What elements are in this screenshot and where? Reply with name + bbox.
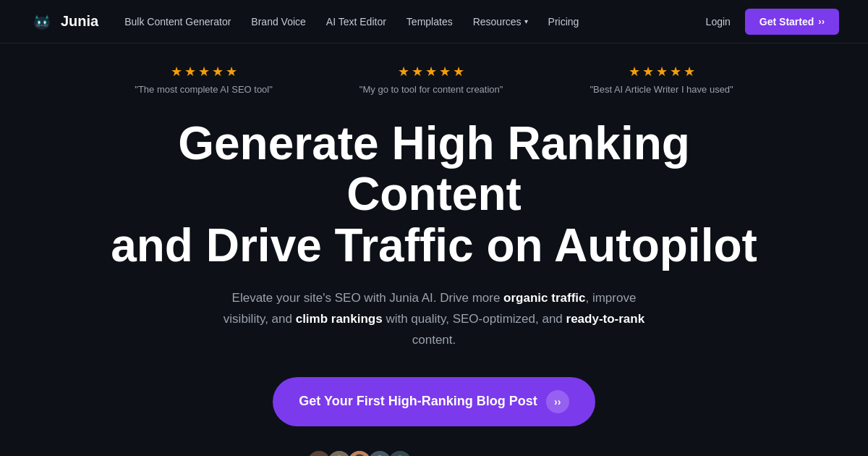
nav-left: Junia Bulk Content Generator Brand Voice… [29,9,579,35]
logo-text: Junia [61,13,98,30]
star-icon: ★ [642,64,654,80]
star-icon: ★ [684,64,695,80]
star-icon: ★ [212,64,224,80]
star-icon: ★ [439,64,451,80]
nav-link-resources[interactable]: Resources ▾ [473,16,528,28]
review-text-1: "The most complete AI SEO tool" [135,84,273,95]
stars-1: ★ ★ ★ ★ ★ [171,64,237,80]
nav-link-pricing[interactable]: Pricing [548,16,579,28]
nav-link-brand-voice[interactable]: Brand Voice [251,16,306,28]
stars-3: ★ ★ ★ ★ ★ [629,64,695,80]
nav-link-templates[interactable]: Templates [407,16,453,28]
review-item-3: ★ ★ ★ ★ ★ "Best AI Article Writer I have… [590,64,733,95]
login-button[interactable]: Login [706,16,731,28]
bold-organic-traffic: organic traffic [503,291,585,305]
review-text-2: "My go to tool for content creation" [359,84,503,95]
logo[interactable]: Junia [29,9,98,35]
svg-point-9 [44,21,46,24]
star-icon: ★ [453,64,464,80]
star-icon: ★ [398,64,409,80]
hero-cta-button[interactable]: Get Your First High-Ranking Blog Post ›› [273,377,595,426]
double-chevron-icon: ›› [546,390,569,413]
nav-link-bulk-content-generator[interactable]: Bulk Content Generator [124,16,231,28]
social-proof: 2,000,000+ articles generated. [306,449,562,456]
star-icon: ★ [670,64,681,80]
star-icon: ★ [656,64,668,80]
star-icon: ★ [226,64,237,80]
svg-point-10 [41,25,43,25]
navbar: Junia Bulk Content Generator Brand Voice… [0,0,868,43]
nav-link-ai-text-editor[interactable]: AI Text Editor [326,16,386,28]
star-icon: ★ [198,64,210,80]
star-icon: ★ [171,64,182,80]
svg-point-28 [388,451,412,456]
star-icon: ★ [412,64,423,80]
review-item-2: ★ ★ ★ ★ ★ "My go to tool for content cre… [359,64,503,95]
hero-heading: Generate High Ranking Content and Drive … [109,118,760,271]
hero-subtext: Elevate your site's SEO with Junia AI. D… [210,288,658,351]
nav-right: Login Get Started ›› [706,9,839,35]
nav-links: Bulk Content Generator Brand Voice AI Te… [124,16,579,28]
bold-ready-to-rank: ready-to-rank [566,312,645,326]
avatar-5 [387,449,413,456]
double-arrow-icon: ›› [818,16,825,27]
svg-point-18 [328,451,351,456]
stars-2: ★ ★ ★ ★ ★ [398,64,464,80]
reviews-row: ★ ★ ★ ★ ★ "The most complete AI SEO tool… [135,64,733,95]
svg-point-8 [38,21,40,24]
review-text-3: "Best AI Article Writer I have used" [590,84,733,95]
main-content: ★ ★ ★ ★ ★ "The most complete AI SEO tool… [0,43,868,456]
svg-point-25 [368,451,391,456]
star-icon: ★ [184,64,196,80]
star-icon: ★ [425,64,437,80]
review-item-1: ★ ★ ★ ★ ★ "The most complete AI SEO tool… [135,64,273,95]
get-started-nav-button[interactable]: Get Started ›› [745,9,839,35]
chevron-down-icon: ▾ [524,17,528,25]
star-icon: ★ [629,64,640,80]
avatar-stack [306,449,407,456]
bold-climb-rankings: climb rankings [296,312,383,326]
svg-point-15 [307,451,331,456]
